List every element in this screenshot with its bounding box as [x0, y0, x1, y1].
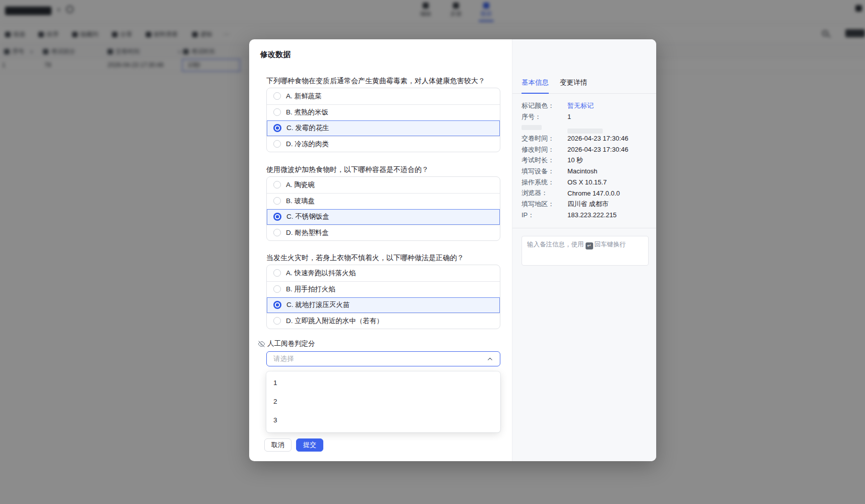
dropdown-option-1[interactable]: 1 [266, 373, 500, 392]
tab-basic-info[interactable]: 基本信息 [522, 78, 549, 94]
field-label: IP： [522, 211, 567, 220]
option-row-selected[interactable]: C. 就地打滚压灭火苗 [267, 297, 500, 313]
field-label: 操作系统： [522, 178, 567, 187]
radio-unchecked-icon[interactable] [273, 181, 281, 188]
field-value: 1 [567, 113, 571, 120]
divider [512, 228, 656, 228]
radio-unchecked-icon[interactable] [273, 269, 281, 277]
field-label: 考试时长： [522, 156, 567, 165]
field-value: Chrome 147.0.0.0 [567, 190, 620, 197]
dropdown-option-2[interactable]: 2 [266, 392, 500, 411]
radio-unchecked-icon[interactable] [273, 197, 281, 205]
field-label: 标记颜色： [522, 101, 567, 110]
radio-unchecked-icon[interactable] [273, 140, 281, 148]
field-label: 交卷时间： [522, 134, 567, 143]
form-actions: 取消 提交 [264, 438, 323, 452]
note-placeholder: 输入备注信息，使用 [527, 241, 584, 248]
field-value: 183.223.222.215 [567, 211, 617, 219]
radio-checked-icon[interactable] [273, 301, 281, 309]
field-row: 填写地区： 四川省 成都市 [522, 199, 648, 210]
field-value: 2026-04-23 17:30:46 [567, 135, 628, 142]
option-label: C. 就地打滚压灭火苗 [286, 300, 350, 309]
manual-score-label: 人工阅卷判定分 [267, 339, 315, 348]
field-row: 考试时长： 10 秒 [522, 155, 648, 166]
question-title: 使用微波炉加热食物时，以下哪种容器是不适合的？ [266, 165, 503, 174]
option-label: A. 新鲜蔬菜 [286, 92, 322, 101]
cancel-button[interactable]: 取消 [264, 438, 292, 452]
option-row[interactable]: D. 冷冻的肉类 [267, 136, 500, 152]
field-row: 交卷时间： 2026-04-23 17:30:46 [522, 133, 648, 144]
field-value: 四川省 成都市 [567, 200, 609, 209]
option-row[interactable]: A. 陶瓷碗 [267, 177, 500, 193]
field-label: 填写设备： [522, 167, 567, 176]
redacted-label [522, 125, 542, 130]
select-placeholder: 请选择 [273, 354, 294, 363]
field-row: 浏览器： Chrome 147.0.0.0 [522, 188, 648, 199]
redacted-field-row [522, 122, 648, 133]
note-input[interactable]: 输入备注信息，使用↵回车键换行 [522, 236, 649, 266]
option-row-selected[interactable]: C. 不锈钢饭盒 [267, 209, 500, 225]
submit-button[interactable]: 提交 [296, 438, 323, 452]
option-label: B. 用手拍打火焰 [286, 285, 335, 294]
answer-form: 下列哪种食物在变质后通常会产生黄曲霉毒素，对人体健康危害较大？ A. 新鲜蔬菜 … [249, 39, 512, 461]
tab-change-details[interactable]: 变更详情 [560, 78, 587, 93]
edit-data-modal: 修改数据 ✕ 下列哪种食物在变质后通常会产生黄曲霉毒素，对人体健康危害较大？ A… [249, 39, 656, 461]
option-label: A. 快速奔跑以抖落火焰 [286, 269, 356, 278]
question-1-options: A. 新鲜蔬菜 B. 煮熟的米饭 C. 发霉的花生 D. 冷冻的肉类 [266, 88, 500, 152]
field-value: 10 秒 [567, 156, 583, 165]
question-title: 下列哪种食物在变质后通常会产生黄曲霉毒素，对人体健康危害较大？ [266, 77, 503, 86]
option-label: D. 冷冻的肉类 [286, 140, 329, 149]
field-value: OS X 10.15.7 [567, 178, 607, 186]
field-label: 修改时间： [522, 145, 567, 154]
mark-color-link[interactable]: 暂无标记 [567, 101, 594, 110]
option-row[interactable]: D. 立即跳入附近的水中（若有） [267, 313, 500, 329]
radio-unchecked-icon[interactable] [273, 317, 281, 325]
field-row: 操作系统： OS X 10.15.7 [522, 177, 648, 188]
option-label: C. 发霉的花生 [286, 123, 329, 133]
option-label: B. 玻璃盘 [286, 197, 315, 206]
field-row: 填写设备： Macintosh [522, 166, 648, 177]
radio-checked-icon[interactable] [273, 124, 281, 132]
field-label: 填写地区： [522, 200, 567, 209]
score-select[interactable]: 请选择 [266, 351, 500, 366]
screen: ∨ 编辑 反馈 数据 筛选 排序 隐藏列 [0, 0, 865, 504]
dropdown-option-3[interactable]: 3 [266, 411, 500, 429]
option-row[interactable]: A. 新鲜蔬菜 [267, 88, 500, 104]
question-2-options: A. 陶瓷碗 B. 玻璃盘 C. 不锈钢饭盒 D. 耐热塑料盒 [266, 176, 500, 241]
radio-checked-icon[interactable] [273, 213, 281, 221]
field-label: 序号： [522, 112, 567, 121]
radio-unchecked-icon[interactable] [273, 285, 281, 293]
option-label: B. 煮熟的米饭 [286, 108, 328, 117]
radio-unchecked-icon[interactable] [273, 108, 281, 116]
field-value: Macintosh [567, 167, 597, 175]
option-row[interactable]: B. 用手拍打火焰 [267, 281, 500, 297]
enter-key-icon: ↵ [586, 242, 593, 249]
score-dropdown: 1 2 3 [266, 371, 500, 432]
option-label: D. 耐热塑料盒 [286, 228, 329, 237]
field-value: 2026-04-23 17:30:46 [567, 146, 628, 153]
eye-off-icon [258, 340, 265, 348]
info-fields: 标记颜色： 暂无标记 序号： 1 交卷时间： 2026-04-23 17:30:… [522, 100, 648, 221]
option-label: A. 陶瓷碗 [286, 180, 315, 190]
option-label: C. 不锈钢饭盒 [286, 212, 329, 221]
chevron-up-icon [487, 356, 493, 362]
option-label: D. 立即跳入附近的水中（若有） [286, 317, 383, 326]
field-row: 标记颜色： 暂无标记 [522, 100, 648, 111]
info-panel: 基本信息 变更详情 标记颜色： 暂无标记 序号： 1 交卷时间： [512, 39, 656, 461]
panel-tabs: 基本信息 变更详情 [512, 78, 656, 94]
redacted-value [567, 129, 603, 134]
option-row-selected[interactable]: C. 发霉的花生 [267, 120, 500, 136]
option-row[interactable]: D. 耐热塑料盒 [267, 225, 500, 241]
radio-unchecked-icon[interactable] [273, 92, 281, 100]
option-row[interactable]: B. 玻璃盘 [267, 193, 500, 209]
option-row[interactable]: A. 快速奔跑以抖落火焰 [267, 265, 500, 281]
field-label: 浏览器： [522, 188, 567, 198]
field-row: IP： 183.223.222.215 [522, 210, 648, 221]
option-row[interactable]: B. 煮熟的米饭 [267, 104, 500, 120]
field-row: 序号： 1 [522, 111, 648, 122]
manual-score-section: 人工阅卷判定分 [258, 339, 315, 348]
question-title: 当发生火灾时，若身上衣物不慎着火，以下哪种做法是正确的？ [266, 254, 503, 263]
question-3-options: A. 快速奔跑以抖落火焰 B. 用手拍打火焰 C. 就地打滚压灭火苗 D. 立即… [266, 265, 500, 329]
radio-unchecked-icon[interactable] [273, 229, 281, 236]
field-row: 修改时间： 2026-04-23 17:30:46 [522, 144, 648, 155]
